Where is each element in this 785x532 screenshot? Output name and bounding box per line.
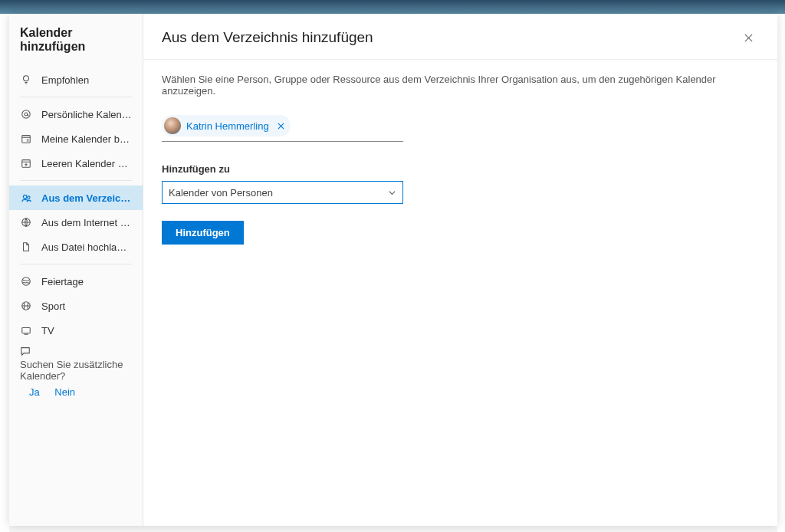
sidebar-divider — [20, 264, 132, 264]
lightbulb-icon — [20, 74, 32, 86]
sidebar-item-label: TV — [41, 325, 54, 337]
sidebar-item-label: Aus dem Verzeichnis hi… — [41, 192, 132, 204]
svg-point-8 — [22, 277, 31, 286]
close-icon — [278, 123, 284, 130]
chat-icon — [20, 346, 132, 356]
person-chip-remove[interactable] — [278, 123, 284, 130]
person-chip: Katrin Hemmerling — [162, 115, 291, 136]
sidebar-title: Kalender hinzufügen — [9, 26, 143, 67]
sidebar-item-label: Sport — [41, 300, 65, 312]
file-icon — [20, 241, 32, 253]
svg-rect-10 — [22, 328, 31, 333]
sidebar-feedback-prompt: Suchen Sie zusätzliche Kalender? Ja Nein — [9, 343, 143, 401]
svg-point-5 — [23, 195, 27, 199]
svg-point-1 — [22, 110, 31, 119]
select-value: Kalender von Personen — [169, 187, 273, 199]
close-button[interactable] — [737, 27, 759, 48]
sidebar-item-label: Leeren Kalender erstellen — [41, 158, 132, 169]
add-to-select[interactable]: Kalender von Personen — [162, 181, 403, 204]
sidebar-item-tv[interactable]: TV — [9, 318, 143, 343]
prompt-no-link[interactable]: Nein — [54, 386, 75, 398]
panel-description: Wählen Sie eine Person, Gruppe oder Ress… — [162, 74, 759, 97]
sidebar-item-label: Aus Datei hochladen — [41, 241, 132, 253]
tv-icon — [20, 324, 32, 337]
sidebar-item-sports[interactable]: Sport — [9, 294, 143, 318]
sidebar-item-label: Empfohlen — [41, 74, 89, 86]
person-chip-name: Katrin Hemmerling — [186, 120, 269, 132]
svg-point-2 — [25, 113, 28, 116]
sidebar-item-recommended[interactable]: Empfohlen — [9, 67, 143, 92]
edit-calendar-icon — [20, 133, 32, 145]
add-calendar-sidebar: Kalender hinzufügen Empfohlen Persönlich… — [9, 14, 143, 526]
svg-point-6 — [27, 195, 29, 198]
add-to-label: Hinzufügen zu — [162, 163, 759, 175]
sidebar-divider — [20, 97, 132, 97]
world-icon — [20, 275, 32, 287]
background-header-strip — [0, 0, 785, 14]
add-calendar-modal: Kalender hinzufügen Empfohlen Persönlich… — [9, 14, 777, 526]
sidebar-item-from-directory[interactable]: Aus dem Verzeichnis hi… — [9, 186, 143, 210]
add-button[interactable]: Hinzufügen — [162, 221, 244, 245]
person-picker-field[interactable]: Katrin Hemmerling — [162, 113, 403, 142]
sidebar-item-label: Aus dem Internet abon… — [41, 217, 132, 228]
svg-rect-3 — [22, 136, 31, 143]
sidebar-item-from-internet[interactable]: Aus dem Internet abon… — [9, 210, 143, 235]
sidebar-item-label: Persönliche Kalender hi… — [41, 109, 132, 120]
sport-icon — [20, 300, 32, 312]
at-icon — [20, 108, 32, 120]
prompt-text: Suchen Sie zusätzliche Kalender? — [20, 359, 123, 382]
sidebar-item-from-file[interactable]: Aus Datei hochladen — [9, 235, 143, 259]
sidebar-item-personal-calendars[interactable]: Persönliche Kalender hi… — [9, 102, 143, 126]
chevron-down-icon — [388, 189, 396, 197]
svg-point-0 — [24, 76, 29, 81]
sidebar-divider — [20, 180, 132, 181]
people-icon — [20, 192, 32, 204]
globe-link-icon — [20, 216, 32, 228]
sidebar-item-label: Feiertage — [41, 276, 84, 287]
main-body: Wählen Sie eine Person, Gruppe oder Ress… — [143, 60, 777, 258]
background-time-gutter — [0, 14, 9, 532]
close-icon — [744, 33, 754, 43]
main-header: Aus dem Verzeichnis hinzufügen — [143, 14, 777, 60]
prompt-yes-link[interactable]: Ja — [29, 386, 40, 398]
plus-calendar-icon — [20, 157, 32, 169]
main-panel: Aus dem Verzeichnis hinzufügen Wählen Si… — [143, 14, 777, 526]
panel-title: Aus dem Verzeichnis hinzufügen — [162, 29, 373, 46]
sidebar-item-holidays[interactable]: Feiertage — [9, 269, 143, 294]
avatar — [164, 117, 181, 134]
sidebar-item-edit-calendars[interactable]: Meine Kalender bearbei… — [9, 126, 143, 151]
sidebar-item-create-blank[interactable]: Leeren Kalender erstellen — [9, 151, 143, 176]
background-right-edge — [777, 14, 785, 532]
sidebar-item-label: Meine Kalender bearbei… — [41, 133, 132, 145]
